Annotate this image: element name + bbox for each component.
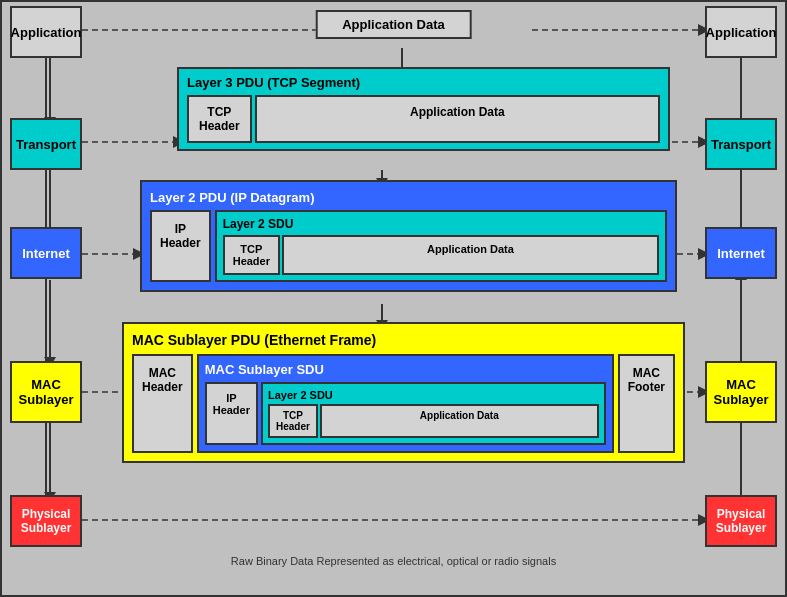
left-application-box: Application [10, 6, 82, 58]
physical-data-text: Raw Binary Data Represented as electrica… [117, 555, 670, 567]
layer3-pdu-box: Layer 3 PDU (TCP Segment) TCPHeader Appl… [177, 67, 670, 151]
left-mac-box: MACSublayer [10, 361, 82, 423]
layer2-pdu-title: Layer 2 PDU (IP Datagram) [150, 190, 667, 205]
arrow-line-4 [45, 423, 47, 495]
r-arrow-line-4 [740, 423, 742, 495]
mac-pdu-box: MAC Sublayer PDU (Ethernet Frame) MACHea… [122, 322, 685, 463]
right-internet-box: Internet [705, 227, 777, 279]
layer2-sdu-container: Layer 2 SDU TCPHeader Application Data [215, 210, 667, 282]
layer2-content: IPHeader Layer 2 SDU TCPHeader Applicati… [150, 210, 667, 282]
arrow-line-3 [45, 279, 47, 361]
r-arrow-line-1 [740, 58, 742, 118]
r-arrow-line-2 [740, 170, 742, 227]
mac-sdu-content: IPHeader Layer 2 SDU TCPHeader Applicati… [205, 382, 606, 445]
left-transport-box: Transport [10, 118, 82, 170]
app-data-l2: Application Data [282, 235, 659, 275]
arrow-line-1 [45, 58, 47, 118]
mac-sdu-title: MAC Sublayer SDU [205, 362, 606, 377]
ip-header-mac: IPHeader [205, 382, 258, 445]
left-column: Application Transport Internet MACSublay… [10, 6, 82, 547]
layer2-pdu-box: Layer 2 PDU (IP Datagram) IPHeader Layer… [140, 180, 677, 292]
mac-sdu-container: MAC Sublayer SDU IPHeader Layer 2 SDU TC… [197, 354, 614, 453]
arrow-line-2 [45, 170, 47, 227]
mac-header-box: MACHeader [132, 354, 193, 453]
right-mac-box: MACSublayer [705, 361, 777, 423]
app-data-l3: Application Data [255, 95, 660, 143]
right-application-box: Application [705, 6, 777, 58]
mac-pdu-content: MACHeader MAC Sublayer SDU IPHeader Laye… [132, 354, 675, 453]
layer2-sdu-mac-content: TCPHeader Application Data [268, 404, 599, 438]
tcp-header-mac: TCPHeader [268, 404, 318, 438]
right-column: Application Transport Internet MACSublay… [705, 6, 777, 547]
layer2-sdu-mac-title: Layer 2 SDU [268, 389, 599, 401]
layer3-content: TCPHeader Application Data [187, 95, 660, 143]
ip-header-l2: IPHeader [150, 210, 211, 282]
app-data-top-box: Application Data [315, 10, 472, 39]
layer3-pdu-title: Layer 3 PDU (TCP Segment) [187, 75, 660, 90]
layer2-sdu-mac: Layer 2 SDU TCPHeader Application Data [261, 382, 606, 445]
r-arrow-line-3 [740, 279, 742, 361]
right-transport-box: Transport [705, 118, 777, 170]
mac-pdu-title: MAC Sublayer PDU (Ethernet Frame) [132, 332, 675, 348]
left-physical-box: PhysicalSublayer [10, 495, 82, 547]
layer2-sdu-content: TCPHeader Application Data [223, 235, 659, 275]
diagram-container: Application Transport Internet MACSublay… [0, 0, 787, 597]
right-physical-box: PhysicalSublayer [705, 495, 777, 547]
tcp-header-l2: TCPHeader [223, 235, 280, 275]
mac-footer-box: MACFooter [618, 354, 675, 453]
tcp-header-l3: TCPHeader [187, 95, 252, 143]
app-data-mac: Application Data [320, 404, 599, 438]
left-internet-box: Internet [10, 227, 82, 279]
layer2-sdu-title: Layer 2 SDU [223, 217, 659, 231]
